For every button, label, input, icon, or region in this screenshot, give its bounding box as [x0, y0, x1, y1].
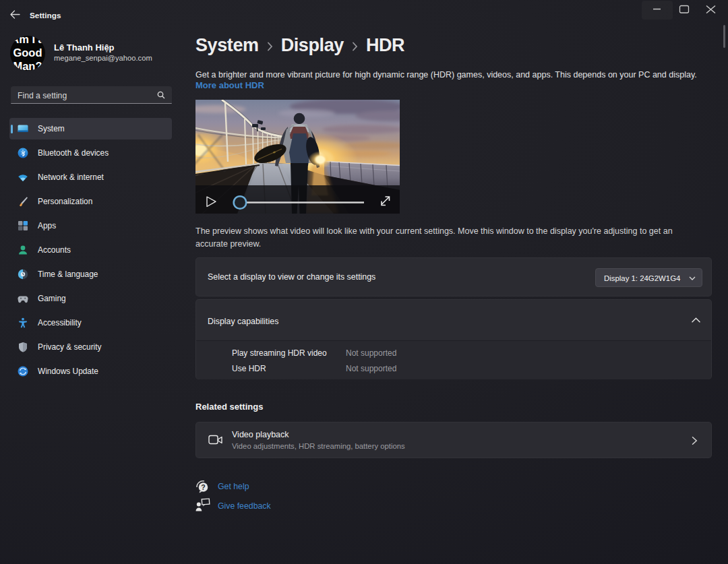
svg-text:?: ? [201, 483, 205, 491]
